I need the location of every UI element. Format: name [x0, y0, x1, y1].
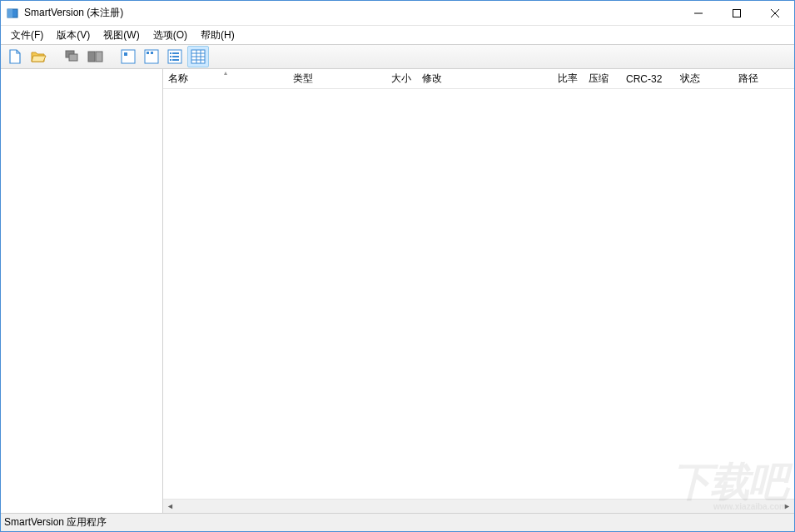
svg-rect-14 — [151, 52, 153, 54]
column-label: 名称 — [168, 72, 188, 86]
scroll-track[interactable] — [177, 500, 780, 513]
column-path[interactable]: 路径 — [733, 69, 783, 88]
menu-file[interactable]: 文件(F) — [4, 27, 50, 44]
window-title: SmartVersion (未注册) — [24, 6, 679, 20]
list-pane: 名称 ▴ 类型 大小 修改 比率 压缩 CR — [163, 69, 794, 513]
svg-rect-17 — [172, 52, 179, 54]
maximize-button[interactable] — [718, 1, 756, 25]
column-label: 比率 — [558, 72, 578, 86]
menubar: 文件(F) 版本(V) 视图(W) 选项(O) 帮助(H) — [1, 26, 794, 44]
column-name[interactable]: 名称 ▴ — [163, 69, 288, 88]
sort-ascending-icon: ▴ — [224, 69, 227, 77]
large-icons-view-button[interactable] — [117, 46, 139, 67]
window-tile-button[interactable] — [84, 46, 106, 67]
new-file-button[interactable] — [4, 46, 26, 67]
column-label: 大小 — [391, 72, 411, 86]
close-button[interactable] — [756, 1, 794, 25]
statusbar: SmartVersion 应用程序 — [1, 513, 794, 531]
details-view-button[interactable] — [187, 46, 209, 67]
open-folder-button[interactable] — [27, 46, 49, 67]
svg-rect-3 — [733, 9, 741, 17]
svg-rect-9 — [96, 52, 102, 62]
column-label: CRC-32 — [626, 73, 662, 85]
toolbar — [1, 44, 794, 69]
app-window: SmartVersion (未注册) 文件(F) 版本(V) 视图(W) 选项(… — [0, 0, 795, 532]
small-icons-view-button[interactable] — [141, 46, 162, 67]
column-crc32[interactable]: CRC-32 — [621, 69, 675, 88]
minimize-button[interactable] — [679, 1, 718, 25]
column-modified[interactable]: 修改 — [417, 69, 525, 88]
list-body[interactable] — [163, 89, 794, 499]
column-label: 类型 — [293, 72, 313, 86]
svg-rect-13 — [147, 52, 149, 54]
svg-rect-7 — [69, 54, 77, 61]
content-area: 名称 ▴ 类型 大小 修改 比率 压缩 CR — [1, 69, 794, 513]
column-label: 压缩 — [589, 72, 609, 86]
svg-rect-1 — [7, 9, 12, 17]
svg-rect-16 — [170, 52, 171, 54]
column-compression[interactable]: 压缩 — [584, 69, 621, 88]
menu-help[interactable]: 帮助(H) — [194, 27, 241, 44]
menu-options[interactable]: 选项(O) — [147, 27, 194, 44]
column-label: 状态 — [680, 72, 700, 86]
svg-rect-11 — [124, 52, 127, 56]
list-view-button[interactable] — [164, 46, 186, 67]
svg-rect-21 — [172, 59, 179, 61]
menu-view[interactable]: 视图(W) — [97, 27, 146, 44]
list-header: 名称 ▴ 类型 大小 修改 比率 压缩 CR — [163, 69, 794, 89]
svg-rect-10 — [122, 50, 135, 63]
menu-version[interactable]: 版本(V) — [50, 27, 97, 44]
window-controls — [679, 1, 794, 25]
status-text: SmartVersion 应用程序 — [4, 515, 107, 530]
scroll-right-button[interactable]: ► — [780, 500, 794, 514]
scroll-left-button[interactable]: ◄ — [163, 500, 177, 514]
column-label: 路径 — [738, 72, 758, 86]
column-status[interactable]: 状态 — [675, 69, 733, 88]
column-size[interactable]: 大小 — [375, 69, 417, 88]
column-label: 修改 — [422, 72, 442, 86]
svg-rect-8 — [88, 52, 95, 62]
app-icon — [6, 7, 19, 20]
titlebar: SmartVersion (未注册) — [1, 1, 794, 26]
horizontal-scrollbar[interactable]: ◄ ► — [163, 499, 794, 513]
svg-rect-20 — [170, 59, 171, 61]
column-ratio[interactable]: 比率 — [525, 69, 584, 88]
svg-rect-18 — [170, 56, 171, 57]
column-type[interactable]: 类型 — [288, 69, 375, 88]
tree-pane[interactable] — [1, 69, 163, 513]
svg-rect-19 — [172, 56, 179, 57]
window-cascade-button[interactable] — [61, 46, 82, 67]
